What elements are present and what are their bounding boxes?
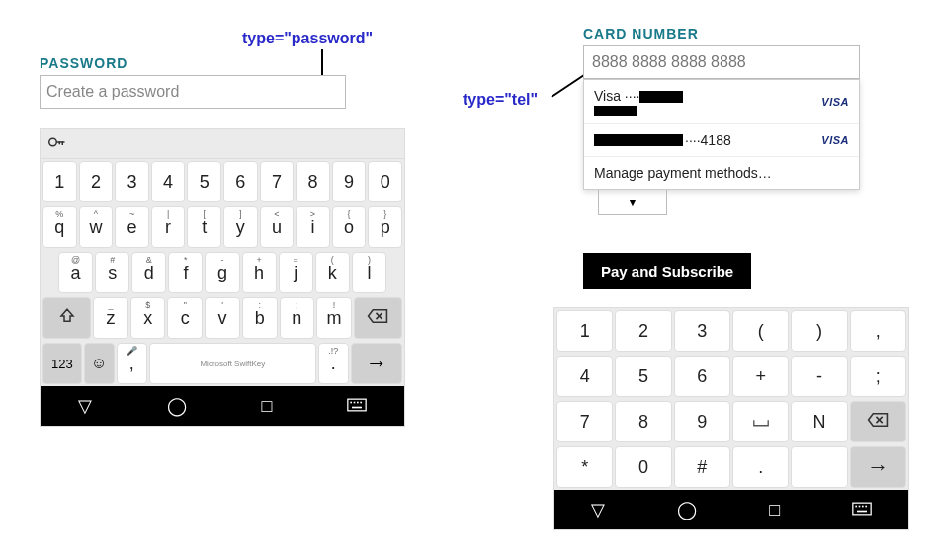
svg-point-2 bbox=[49, 138, 57, 146]
backspace-icon bbox=[367, 308, 388, 328]
numkey-comma[interactable]: , bbox=[850, 310, 906, 352]
manage-payment-methods[interactable]: Manage payment methods… bbox=[584, 157, 859, 189]
cardnumber-input[interactable] bbox=[583, 45, 860, 79]
key-q[interactable]: %q bbox=[42, 206, 77, 248]
svg-rect-8 bbox=[348, 399, 366, 411]
numkey-enter[interactable]: → bbox=[850, 446, 906, 488]
saved-card-item-1[interactable]: Visa ···· VISA bbox=[584, 80, 859, 124]
key-y[interactable]: ]y bbox=[223, 206, 258, 248]
nav-recents-icon[interactable]: □ bbox=[261, 396, 272, 417]
numkey-0[interactable]: 0 bbox=[615, 446, 671, 488]
visa-logo-icon: VISA bbox=[821, 96, 849, 108]
cardnumber-label: CARD NUMBER bbox=[583, 26, 880, 41]
key-g[interactable]: -g bbox=[205, 252, 239, 293]
key-v[interactable]: 'v bbox=[205, 297, 240, 339]
key-e[interactable]: ~e bbox=[115, 206, 149, 248]
numkey-2[interactable]: 2 bbox=[615, 310, 671, 352]
key-f[interactable]: *f bbox=[168, 252, 203, 293]
numkey-lparen[interactable]: ( bbox=[732, 310, 789, 352]
numkey-plus[interactable]: + bbox=[732, 356, 789, 397]
key-z[interactable]: _z bbox=[93, 297, 128, 339]
svg-rect-4 bbox=[62, 141, 64, 145]
nav-back-icon[interactable]: ▽ bbox=[78, 395, 92, 417]
svg-rect-16 bbox=[853, 503, 871, 515]
space-icon bbox=[752, 412, 770, 433]
nav-keyboard-icon[interactable] bbox=[852, 500, 872, 520]
password-input[interactable] bbox=[40, 75, 346, 109]
key-7[interactable]: 7 bbox=[260, 161, 295, 202]
nav-back-icon[interactable]: ▽ bbox=[591, 499, 605, 520]
numkey-blank[interactable] bbox=[732, 401, 789, 442]
visa-logo-icon: VISA bbox=[821, 134, 849, 146]
saved-card-item-2[interactable]: ····4188 VISA bbox=[584, 124, 859, 157]
key-j[interactable]: =j bbox=[279, 252, 313, 293]
key-a[interactable]: @a bbox=[58, 252, 93, 293]
numkey-hash[interactable]: # bbox=[674, 446, 730, 488]
svg-rect-21 bbox=[857, 510, 867, 512]
numkey-9[interactable]: 9 bbox=[674, 401, 730, 442]
key-2[interactable]: 2 bbox=[79, 161, 114, 202]
key-numswitch[interactable]: 123 bbox=[42, 343, 82, 384]
emoji-icon: ☺ bbox=[91, 355, 107, 372]
numkey-1[interactable]: 1 bbox=[556, 310, 613, 352]
key-l[interactable]: )l bbox=[352, 252, 386, 293]
dropdown-stub[interactable]: ▼ bbox=[598, 190, 667, 215]
key-emoji[interactable]: ☺ bbox=[84, 343, 115, 384]
key-t[interactable]: [t bbox=[187, 206, 221, 248]
key-period[interactable]: .!?. bbox=[318, 343, 349, 384]
key-x[interactable]: $x bbox=[130, 297, 166, 339]
numkey-period[interactable]: . bbox=[732, 446, 789, 488]
numkey-4[interactable]: 4 bbox=[556, 356, 613, 397]
numkey-minus[interactable]: - bbox=[791, 356, 847, 397]
key-comma[interactable]: 🎤, bbox=[117, 343, 147, 384]
key-h[interactable]: +h bbox=[242, 252, 277, 293]
numkey-blank2[interactable] bbox=[791, 446, 847, 488]
key-s[interactable]: #s bbox=[95, 252, 129, 293]
key-w[interactable]: ^w bbox=[79, 206, 114, 248]
nav-home-icon[interactable]: ◯ bbox=[677, 499, 697, 520]
numkey-rparen[interactable]: ) bbox=[791, 310, 847, 352]
numkey-backspace[interactable] bbox=[850, 401, 906, 442]
numkey-star[interactable]: * bbox=[556, 446, 613, 488]
key-k[interactable]: (k bbox=[315, 252, 350, 293]
key-p[interactable]: }p bbox=[368, 206, 402, 248]
key-0[interactable]: 0 bbox=[368, 161, 402, 202]
key-m[interactable]: !m bbox=[316, 297, 352, 339]
nav-keyboard-icon[interactable] bbox=[347, 396, 367, 417]
key-1[interactable]: 1 bbox=[42, 161, 77, 202]
key-u[interactable]: <u bbox=[260, 206, 295, 248]
key-5[interactable]: 5 bbox=[187, 161, 221, 202]
numkey-8[interactable]: 8 bbox=[615, 401, 671, 442]
key-6[interactable]: 6 bbox=[223, 161, 258, 202]
mic-icon: 🎤 bbox=[127, 346, 137, 356]
numkey-6[interactable]: 6 bbox=[674, 356, 730, 397]
key-shift[interactable] bbox=[42, 297, 91, 339]
key-r[interactable]: |r bbox=[151, 206, 186, 248]
svg-rect-11 bbox=[357, 401, 359, 403]
numkey-5[interactable]: 5 bbox=[615, 356, 671, 397]
key-d[interactable]: &d bbox=[131, 252, 166, 293]
svg-rect-18 bbox=[859, 505, 861, 507]
numkey-semicolon[interactable]: ; bbox=[850, 356, 906, 397]
numkey-7[interactable]: 7 bbox=[556, 401, 613, 442]
nav-recents-icon[interactable]: □ bbox=[769, 500, 780, 520]
key-backspace[interactable] bbox=[354, 297, 402, 339]
numkey-3[interactable]: 3 bbox=[674, 310, 730, 352]
svg-rect-19 bbox=[862, 505, 864, 507]
keyboard-row-bottom: 123 ☺ 🎤, Microsoft SwiftKey .!?. → bbox=[41, 341, 404, 386]
key-b[interactable]: :b bbox=[242, 297, 278, 339]
key-n[interactable]: ;n bbox=[280, 297, 315, 339]
key-4[interactable]: 4 bbox=[151, 161, 186, 202]
key-c[interactable]: "c bbox=[167, 297, 203, 339]
nav-home-icon[interactable]: ◯ bbox=[167, 395, 187, 417]
key-9[interactable]: 9 bbox=[332, 161, 367, 202]
key-i[interactable]: >i bbox=[296, 206, 330, 248]
key-o[interactable]: {o bbox=[332, 206, 367, 248]
key-3[interactable]: 3 bbox=[115, 161, 149, 202]
pay-and-subscribe-button[interactable]: Pay and Subscribe bbox=[583, 253, 751, 289]
numkey-n[interactable]: N bbox=[791, 401, 847, 442]
key-enter[interactable]: → bbox=[351, 343, 402, 384]
key-spacebar[interactable]: Microsoft SwiftKey bbox=[149, 343, 316, 384]
backspace-icon bbox=[867, 412, 889, 433]
key-8[interactable]: 8 bbox=[296, 161, 330, 202]
